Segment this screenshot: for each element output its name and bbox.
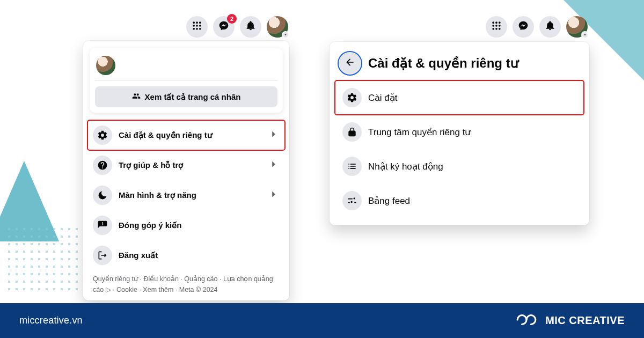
panel-header: Cài đặt & quyền riêng tư: [335, 49, 584, 80]
bell-icon: [245, 20, 256, 33]
chevron-down-icon: [581, 31, 589, 39]
chevron-down-icon: [282, 31, 289, 39]
chevron-right-icon: [268, 128, 280, 142]
menu-label: Màn hình & trợ năng: [119, 190, 261, 200]
account-avatar-button[interactable]: [267, 16, 288, 38]
chevron-right-icon: [268, 188, 280, 202]
menu-label: Đăng xuất: [119, 251, 280, 260]
submenu-privacy-center[interactable]: Trung tâm quyền riêng tư: [335, 115, 584, 149]
sliders-icon: [342, 191, 362, 210]
svg-point-15: [492, 28, 494, 30]
messenger-button[interactable]: 2: [213, 16, 235, 38]
brand-block: MIC CREATIVE: [514, 312, 625, 330]
gear-icon: [93, 126, 112, 145]
svg-point-6: [193, 28, 195, 30]
menu-display-accessibility[interactable]: Màn hình & trợ năng: [87, 180, 285, 210]
grid-icon: [491, 20, 502, 33]
messenger-icon: [518, 20, 529, 33]
svg-point-12: [492, 25, 494, 27]
svg-point-16: [495, 28, 497, 30]
submenu-label: Trung tâm quyền riêng tư: [368, 127, 576, 138]
svg-point-14: [499, 25, 501, 27]
back-button[interactable]: [339, 53, 361, 74]
notifications-button[interactable]: [240, 16, 261, 38]
submenu-label: Nhật ký hoạt động: [368, 161, 576, 172]
help-icon: [93, 156, 112, 175]
messenger-badge: 2: [227, 14, 237, 24]
menu-settings-privacy[interactable]: Cài đặt & quyền riêng tư: [87, 120, 285, 150]
svg-point-11: [499, 21, 501, 24]
svg-point-2: [199, 21, 201, 24]
menu-label: Trợ giúp & hỗ trợ: [119, 160, 261, 170]
submenu-feed-settings[interactable]: Bảng feed: [335, 183, 584, 218]
menu-grid-button[interactable]: [486, 16, 507, 38]
svg-point-5: [199, 25, 201, 27]
site-url: miccreative.vn: [19, 315, 83, 326]
feedback-icon: [93, 216, 112, 235]
menu-give-feedback[interactable]: Đóng góp ý kiến: [87, 210, 285, 240]
menu-label: Đóng góp ý kiến: [119, 221, 280, 230]
svg-point-8: [199, 28, 201, 30]
menu-logout[interactable]: Đăng xuất: [87, 240, 285, 270]
menu-help-support[interactable]: Trợ giúp & hỗ trợ: [87, 150, 285, 180]
logout-icon: [93, 246, 112, 265]
profile-card: Xem tất cả trang cá nhân: [90, 48, 283, 113]
submenu-activity-log[interactable]: Nhật ký hoạt động: [335, 149, 584, 183]
account-menu-panel: Xem tất cả trang cá nhân Cài đặt & quyền…: [83, 41, 289, 300]
brand-logo-icon: [514, 312, 539, 330]
see-all-profiles-button[interactable]: Xem tất cả trang cá nhân: [95, 86, 277, 107]
list-icon: [342, 157, 362, 176]
messenger-icon: [218, 20, 229, 33]
account-avatar-button[interactable]: [566, 16, 588, 38]
submenu-label: Bảng feed: [368, 195, 576, 207]
svg-point-1: [196, 21, 198, 24]
brand-name: MIC CREATIVE: [545, 314, 625, 327]
messenger-button[interactable]: [513, 16, 534, 38]
bell-icon: [545, 20, 555, 33]
profile-avatar: [96, 56, 115, 75]
svg-point-17: [499, 28, 501, 30]
grid-icon: [192, 20, 202, 33]
moon-icon: [93, 186, 112, 205]
settings-privacy-panel: Cài đặt & quyền riêng tư Cài đặt Trung t…: [330, 42, 589, 225]
svg-point-7: [196, 28, 198, 30]
panel-title: Cài đặt & quyền riêng tư: [368, 56, 518, 71]
see-all-profiles-label: Xem tất cả trang cá nhân: [145, 92, 241, 102]
menu-label: Cài đặt & quyền riêng tư: [119, 130, 261, 140]
svg-point-3: [193, 25, 195, 27]
svg-point-0: [193, 21, 195, 24]
brand-footer-bar: miccreative.vn MIC CREATIVE: [0, 303, 644, 338]
people-icon: [132, 92, 141, 102]
footer-links: Quyền riêng tư · Điều khoản · Quảng cáo …: [87, 270, 285, 296]
profile-row[interactable]: [95, 53, 277, 80]
topnav-left: 2: [186, 16, 288, 38]
arrow-left-icon: [345, 57, 355, 70]
gear-icon: [342, 88, 362, 107]
lock-icon: [342, 122, 362, 142]
svg-point-10: [495, 21, 497, 24]
svg-point-13: [495, 25, 497, 27]
chevron-right-icon: [268, 158, 280, 172]
divider: [95, 80, 277, 81]
notifications-button[interactable]: [539, 16, 561, 38]
svg-point-4: [196, 25, 198, 27]
svg-point-9: [492, 21, 494, 24]
menu-grid-button[interactable]: [186, 16, 208, 38]
submenu-label: Cài đặt: [368, 92, 576, 104]
topnav-right: [486, 16, 588, 38]
submenu-settings[interactable]: Cài đặt: [335, 80, 584, 115]
